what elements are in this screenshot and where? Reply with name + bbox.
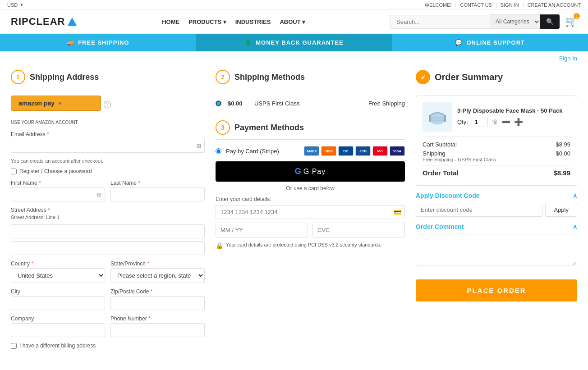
discount-input-row: Apply bbox=[416, 203, 577, 217]
shipping-price: $0.00 bbox=[228, 100, 248, 107]
shipping-label: Free Shipping bbox=[368, 100, 405, 107]
step-done-circle bbox=[416, 70, 430, 84]
qty-decrease-button[interactable]: ➖ bbox=[501, 118, 510, 126]
register-checkbox[interactable] bbox=[11, 169, 17, 174]
nav-about[interactable]: ABOUT ▾ bbox=[280, 18, 305, 25]
order-comment-textarea[interactable] bbox=[416, 234, 577, 265]
search-area: All Categories 🔍 🛒 1 bbox=[390, 14, 577, 29]
payment-methods-title: Payment Methods bbox=[234, 123, 304, 132]
discount-header[interactable]: Apply Discount Code ∧ bbox=[416, 192, 577, 199]
sign-in-link-top[interactable]: SIGN IN bbox=[501, 2, 519, 8]
search-categories[interactable]: All Categories bbox=[490, 14, 540, 29]
diners-icon: DC bbox=[338, 146, 354, 156]
card-number-input[interactable] bbox=[216, 205, 405, 219]
country-group: Country * United States bbox=[11, 260, 105, 283]
qty-row: Qty: 🗑 ➖ ➕ bbox=[457, 117, 570, 127]
price-rows: Cart Subtotal $8.99 Shipping Free Shippi… bbox=[423, 136, 570, 177]
main-nav: HOME PRODUCTS ▾ INDUSTRIES ABOUT ▾ bbox=[162, 18, 305, 25]
shipping-methods-section: 2 Shipping Methods $0.00 USPS First Clas… bbox=[216, 70, 405, 111]
subtotal-row: Cart Subtotal $8.99 bbox=[423, 141, 570, 148]
zip-input[interactable] bbox=[110, 296, 205, 310]
email-input[interactable] bbox=[11, 139, 205, 153]
jcb-icon: JCB bbox=[355, 146, 371, 156]
order-summary-title: Order Summary bbox=[435, 72, 503, 82]
register-label: Register / Choose a password bbox=[19, 168, 92, 174]
order-total-row: Order Total $8.99 bbox=[423, 165, 570, 177]
last-name-input[interactable] bbox=[110, 187, 205, 201]
phone-input[interactable] bbox=[110, 323, 205, 337]
currency-chevron: ▾ bbox=[20, 2, 23, 8]
first-name-icon: ⊞ bbox=[97, 192, 101, 198]
promo-banner: 🚚 FREE SHIPPING 💲 MONEY BACK GUARANTEE 💬… bbox=[0, 34, 588, 51]
payment-card-radio[interactable] bbox=[216, 148, 221, 154]
amazon-sub-label: USE YOUR AMAZON ACCOUNT bbox=[11, 120, 205, 125]
street-line1-input[interactable] bbox=[11, 224, 205, 238]
name-row: First Name * ⊞ Last Name * bbox=[11, 180, 205, 207]
nav-products[interactable]: PRODUCTS ▾ bbox=[188, 18, 226, 25]
city-input[interactable] bbox=[11, 296, 105, 310]
top-bar-links: WELCOME! | CONTACT US | SIGN IN | CREATE… bbox=[425, 2, 581, 8]
gpay-button[interactable]: G G Pay bbox=[216, 161, 405, 182]
create-account-link[interactable]: CREATE AN ACCOUNT bbox=[528, 2, 581, 8]
product-row: 3-Ply Disposable Face Mask - 50 Pack Qty… bbox=[423, 102, 570, 132]
card-icon-right: 💳 bbox=[394, 209, 401, 216]
amazon-logo: amazon pay bbox=[18, 100, 55, 107]
discount-apply-button[interactable]: Apply bbox=[545, 203, 577, 217]
state-select[interactable]: Please select a region, state or pro bbox=[110, 268, 205, 283]
nav-industries[interactable]: INDUSTRIES bbox=[235, 18, 271, 25]
search-button[interactable]: 🔍 bbox=[540, 14, 560, 29]
amazon-pay-button[interactable]: amazon pay » bbox=[11, 96, 101, 111]
logo[interactable]: RIPCLEAR bbox=[11, 16, 77, 27]
amazon-help-icon[interactable]: ? bbox=[104, 101, 111, 108]
amazon-pay-row: amazon pay » ? bbox=[11, 96, 205, 114]
place-order-button[interactable]: PLACE ORDER bbox=[416, 279, 577, 301]
logo-triangle-icon bbox=[68, 18, 77, 26]
security-note: 🔒 Your card details are protected using … bbox=[216, 242, 405, 249]
billing-row: I have a different billing address bbox=[11, 343, 205, 349]
first-name-input[interactable] bbox=[11, 187, 105, 201]
online-support-text: ONLINE SUPPORT bbox=[466, 39, 525, 46]
zip-group: Zip/Postal Code * bbox=[110, 288, 205, 310]
register-row: Register / Choose a password bbox=[11, 168, 205, 174]
top-bar: USD ▾ WELCOME! | CONTACT US | SIGN IN | … bbox=[0, 0, 588, 10]
step-2-circle: 2 bbox=[216, 70, 230, 84]
or-use-text: Or use a card below bbox=[216, 185, 405, 192]
nav-home[interactable]: HOME bbox=[162, 18, 179, 25]
payment-methods-header: 3 Payment Methods bbox=[216, 120, 405, 140]
product-info: 3-Ply Disposable Face Mask - 50 Pack Qty… bbox=[457, 107, 570, 127]
billing-checkbox[interactable] bbox=[11, 343, 17, 349]
banner-online-support: 💬 ONLINE SUPPORT bbox=[392, 34, 588, 51]
comment-chevron-icon: ∧ bbox=[573, 223, 577, 230]
company-input[interactable] bbox=[11, 323, 105, 337]
discount-code-input[interactable] bbox=[416, 203, 542, 217]
order-comment-section: Order Comment ∧ bbox=[416, 223, 577, 267]
sign-in-link[interactable]: Sign In bbox=[559, 55, 577, 62]
payment-card-row: Pay by Card (Stripe) AMEX DISC DC JCB MC… bbox=[216, 146, 405, 156]
company-phone-row: Company Phone Number * bbox=[11, 315, 205, 343]
last-name-group: Last Name * bbox=[110, 180, 205, 201]
delete-item-icon[interactable]: 🗑 bbox=[492, 118, 498, 125]
shipping-methods-header: 2 Shipping Methods bbox=[216, 70, 405, 89]
contact-us-link[interactable]: CONTACT US bbox=[460, 2, 492, 8]
currency-label: USD bbox=[7, 2, 18, 8]
shipping-payment-section: 2 Shipping Methods $0.00 USPS First Clas… bbox=[216, 70, 405, 354]
search-input[interactable] bbox=[390, 15, 490, 29]
country-select[interactable]: United States bbox=[11, 268, 105, 283]
shipping-radio[interactable] bbox=[216, 100, 221, 106]
qty-increase-button[interactable]: ➕ bbox=[514, 118, 523, 126]
email-group: Email Address * ⊞ bbox=[11, 131, 205, 153]
city-zip-row: City Zip/Postal Code * bbox=[11, 288, 205, 315]
currency-selector[interactable]: USD ▾ bbox=[7, 2, 23, 8]
card-cvc-input[interactable] bbox=[312, 223, 405, 238]
shipping-methods-title: Shipping Methods bbox=[234, 73, 305, 82]
free-shipping-text: FREE SHIPPING bbox=[78, 39, 129, 46]
truck-icon: 🚚 bbox=[67, 39, 74, 46]
cart-icon[interactable]: 🛒 1 bbox=[565, 16, 577, 27]
street-line2-input[interactable] bbox=[11, 241, 205, 255]
shipping-option-row: $0.00 USPS First Class Free Shipping bbox=[216, 96, 405, 111]
qty-input[interactable] bbox=[472, 117, 488, 127]
mask-svg bbox=[426, 106, 449, 128]
gpay-label: G Pay bbox=[303, 168, 326, 176]
order-comment-header[interactable]: Order Comment ∧ bbox=[416, 223, 577, 230]
card-expiry-input[interactable] bbox=[216, 223, 308, 238]
